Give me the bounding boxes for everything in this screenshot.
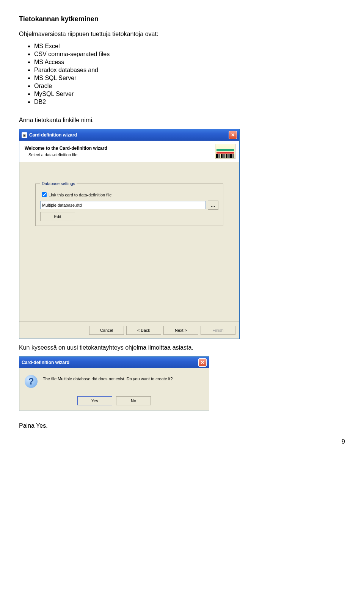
database-settings-group: Database settings Link this card to data…	[35, 181, 223, 226]
finish-button: Finish	[201, 326, 235, 335]
list-item: MS SQL Server	[34, 75, 345, 82]
page-number: 9	[342, 438, 345, 445]
step-text: Anna tietokanta linkille nimi.	[19, 117, 345, 124]
titlebar[interactable]: Card-definition wizard ✕	[19, 357, 209, 368]
window-title: Card-definition wizard	[22, 360, 198, 365]
confirm-dialog: Card-definition wizard ✕ ? The file Mult…	[19, 356, 209, 411]
browse-button[interactable]: ...	[208, 201, 218, 210]
list-item: MySQL Server	[34, 91, 345, 97]
data-definition-file-input[interactable]: Multiple database.dtd	[40, 201, 206, 209]
back-button[interactable]: < Back	[126, 326, 161, 335]
list-item: DB2	[34, 99, 345, 105]
step-text: Paina Yes.	[19, 422, 345, 429]
group-legend: Database settings	[40, 181, 77, 186]
list-item: Oracle	[34, 83, 345, 89]
yes-button[interactable]: Yes	[77, 396, 112, 405]
confirm-message: The file Multiple database.dtd does not …	[43, 375, 204, 381]
wizard-banner: Welcome to the Card-definition wizard Se…	[19, 141, 239, 162]
banner-subtext: Select a data-definition file.	[25, 152, 215, 157]
titlebar[interactable]: ▣ Card-definition wizard ✕	[19, 129, 239, 141]
list-item: Paradox databases and	[34, 67, 345, 74]
app-icon: ▣	[22, 132, 27, 138]
next-button[interactable]: Next >	[163, 326, 198, 335]
wizard-button-row: Cancel < Back Next > Finish	[19, 322, 239, 339]
card-definition-wizard-dialog: ▣ Card-definition wizard ✕ Welcome to th…	[19, 129, 240, 339]
window-title: Card-definition wizard	[29, 132, 229, 138]
step-text: Kun kyseessä on uusi tietokantayhteys oh…	[19, 344, 345, 351]
edit-button[interactable]: Edit	[40, 212, 75, 221]
link-card-label: Link this card to data-definition file	[49, 193, 111, 197]
intro-paragraph: Ohjelmaversiosta riippuen tuettuja tieto…	[19, 31, 345, 38]
list-item: MS Access	[34, 59, 345, 66]
close-icon[interactable]: ✕	[229, 131, 237, 139]
close-icon[interactable]: ✕	[198, 358, 207, 367]
db-list: MS Excel CSV comma-separated files MS Ac…	[19, 43, 345, 105]
cancel-button[interactable]: Cancel	[89, 326, 124, 335]
card-icon	[215, 144, 235, 159]
no-button[interactable]: No	[116, 396, 151, 405]
list-item: CSV comma-separated files	[34, 51, 345, 58]
banner-heading: Welcome to the Card-definition wizard	[25, 146, 215, 151]
question-icon: ?	[25, 375, 38, 388]
link-card-checkbox[interactable]	[42, 192, 47, 197]
page-heading: Tietokannan kytkeminen	[19, 15, 345, 23]
list-item: MS Excel	[34, 43, 345, 50]
